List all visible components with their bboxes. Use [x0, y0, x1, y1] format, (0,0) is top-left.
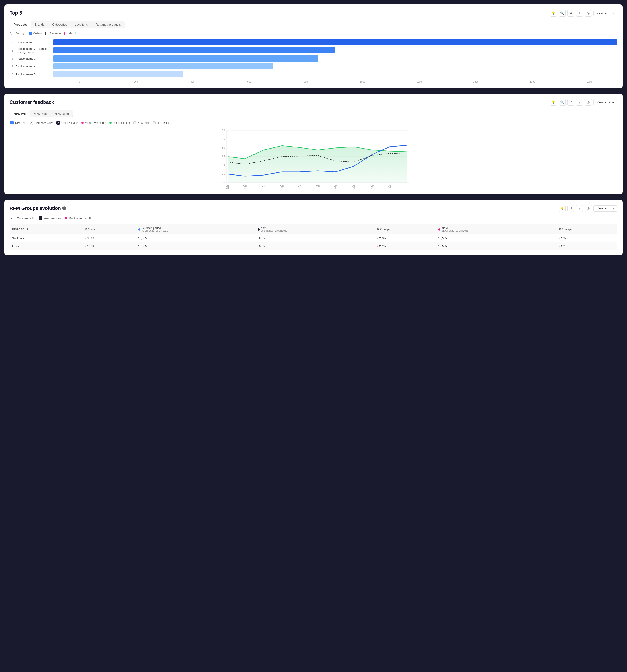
feedback-compare-button[interactable]: ⇄ [567, 99, 574, 106]
rfm-download-button[interactable]: ↓ [576, 205, 583, 212]
rfm-arrow-right-icon: → [611, 207, 614, 210]
rfm-mom-change-soulmate: ↑ 2.2% [556, 235, 618, 242]
nps-post-swatch [133, 121, 136, 124]
rfm-groups-card: RFM Groups evolution i 💡 ⇄ ↓ ◎ View more… [4, 200, 623, 255]
rfm-title-container: RFM Groups evolution i [9, 206, 66, 211]
feedback-zoom-button[interactable]: 🔍 [559, 99, 566, 106]
rfm-table: RFM GROUP % Share Selected period 30 Sep… [9, 224, 618, 250]
location-button[interactable]: ◎ [585, 9, 592, 17]
tab-nps-post[interactable]: NPS Post [29, 110, 51, 117]
rfm-lightbulb-button[interactable]: 💡 [559, 205, 566, 212]
svg-text:9: 9 [281, 187, 283, 189]
response-rate-dot [110, 122, 112, 124]
rfm-yoy-check[interactable]: ✓ Year over year [39, 216, 62, 220]
tab-nps-pre[interactable]: NPS Pre [10, 110, 29, 117]
rfm-compare-button[interactable]: ⇄ [567, 205, 574, 212]
feedback-download-button[interactable]: ↓ [576, 99, 583, 106]
sort-margin[interactable]: Margin [64, 32, 77, 35]
rfm-yoy-lover: 18,555 [255, 242, 374, 250]
rfm-group-soulmate: Soulmate [9, 235, 82, 242]
feedback-view-more-button[interactable]: View more → [594, 99, 618, 105]
tab-products[interactable]: Products [10, 21, 31, 28]
feedback-lightbulb-button[interactable]: 💡 [550, 99, 557, 106]
bar-row-5: 5 Product name 5 [9, 71, 618, 77]
lightbulb-button[interactable]: 💡 [550, 9, 557, 17]
legend-response-rate: Response rate [110, 121, 130, 124]
legend-nps-post: NPS Post [133, 121, 149, 124]
th-selected-period: Selected period 30 Sep 2021 - 28 Oct 202… [136, 224, 255, 235]
bar-fill-5 [53, 71, 183, 77]
mom-dot [82, 122, 84, 124]
rfm-table-header-row: RFM GROUP % Share Selected period 30 Sep… [9, 224, 618, 235]
rfm-mom-lover: 18,555 [436, 242, 556, 250]
feedback-tabs: NPS Pre NPS Post NPS Delta [9, 110, 73, 117]
nps-delta-swatch [153, 121, 156, 124]
rfm-info-icon[interactable]: i [62, 207, 66, 210]
rfm-mom-dot [65, 217, 67, 219]
sort-orders[interactable]: Orders [29, 32, 42, 35]
legend-year-over-year: ✓ Year over year [56, 121, 78, 125]
feedback-arrow-right-icon: → [611, 101, 614, 104]
rfm-actions: 💡 ⇄ ↓ ◎ View more → [559, 205, 618, 212]
yoy-dot [258, 229, 260, 231]
bar-row-1: 1 Product name 1 [9, 39, 618, 45]
sort-revenue[interactable]: Revenue [45, 32, 61, 35]
svg-text:12: 12 [298, 187, 301, 189]
tab-returned-products[interactable]: Returned products [92, 21, 125, 28]
rfm-mom-change-lover: ↑ 2.2% [556, 242, 618, 250]
top5-actions: 💡 🔍 ⇄ ↓ ◎ View more → [550, 9, 618, 17]
bar-fill-1 [53, 39, 618, 45]
rfm-yoy-change-lover: ↓ 2.2% [374, 242, 436, 250]
th-mom-change: % Change [556, 224, 618, 235]
th-mom: MoM 31 Aug 2021 - 29 Sep 2021 [436, 224, 556, 235]
svg-text:6.0: 6.0 [222, 182, 225, 184]
rfm-mom-soulmate: 18,555 [436, 235, 556, 242]
feedback-location-button[interactable]: ◎ [585, 99, 592, 106]
rfm-mom-check[interactable]: Month over month [65, 217, 92, 220]
feedback-actions: 💡 🔍 ⇄ ↓ ◎ View more → [550, 99, 618, 106]
rfm-yoy-soulmate: 18,555 [255, 235, 374, 242]
rfm-selected-soulmate: 18,555 [136, 235, 255, 242]
svg-text:30: 30 [226, 187, 229, 189]
rfm-location-button[interactable]: ◎ [585, 205, 592, 212]
rfm-selected-lover: 18,555 [136, 242, 255, 250]
tab-locations[interactable]: Locations [71, 21, 92, 28]
view-more-button[interactable]: View more → [594, 10, 618, 16]
download-button[interactable]: ↓ [576, 9, 583, 17]
svg-text:3: 3 [244, 187, 246, 189]
top5-card: Top 5 💡 🔍 ⇄ ↓ ◎ View more → Products Bra… [4, 4, 623, 88]
rfm-yoy-checkbox[interactable]: ✓ [39, 216, 42, 220]
mom-header-dot [438, 229, 440, 231]
tab-brands[interactable]: Brands [31, 21, 48, 28]
svg-text:6: 6 [263, 187, 264, 189]
th-yoy-change: % Change [374, 224, 436, 235]
x-axis: 0 200 400 600 800 1000 1200 1400 1600 18… [51, 79, 618, 83]
line-chart: 6.0 6.5 7.0 7.5 8.0 8.5 9.0 9.5 [9, 128, 618, 189]
rfm-view-more-button[interactable]: View more → [594, 205, 618, 212]
svg-text:6.5: 6.5 [222, 173, 225, 175]
compare-button[interactable]: ⇄ [567, 9, 574, 17]
bar-row-2: 2 Product name 2 Example for longer name [9, 47, 618, 54]
bar-fill-3 [53, 55, 318, 62]
th-yoy: YoY 30 Sep 2020 - 28 Oct 2020 [255, 224, 374, 235]
th-share: % Share [82, 224, 136, 235]
selected-period-dot [138, 229, 140, 231]
rfm-row-lover: Lover ↓ 12.5% 18,555 18,555 ↓ 2.2% 18,55… [9, 242, 618, 250]
top5-tabs: Products Brands Categories Locations Ret… [9, 21, 125, 28]
rfm-compare-bar: ⇄ Compare with: ✓ Year over year Month o… [9, 216, 618, 220]
line-chart-svg: 6.0 6.5 7.0 7.5 8.0 8.5 9.0 9.5 [9, 128, 618, 191]
sort-icon: ⇅ [9, 32, 12, 35]
tab-categories[interactable]: Categories [48, 21, 71, 28]
svg-text:8.0: 8.0 [222, 147, 225, 149]
sort-label: Sort by: [16, 32, 25, 35]
rfm-compare-icon: ⇄ [9, 216, 14, 220]
bar-chart: 1 Product name 1 2 Product name 2 Exampl… [9, 39, 618, 83]
svg-text:15: 15 [317, 187, 319, 189]
tab-nps-delta[interactable]: NPS Delta [51, 110, 73, 117]
legend-nps-delta: NPS Delta [153, 121, 169, 124]
zoom-button[interactable]: 🔍 [559, 9, 566, 17]
yoy-checkbox[interactable]: ✓ [56, 121, 60, 125]
top5-title: Top 5 [9, 10, 22, 16]
bar-row-3: 3 Product name 3 [9, 55, 618, 62]
bar-fill-2 [53, 47, 335, 53]
